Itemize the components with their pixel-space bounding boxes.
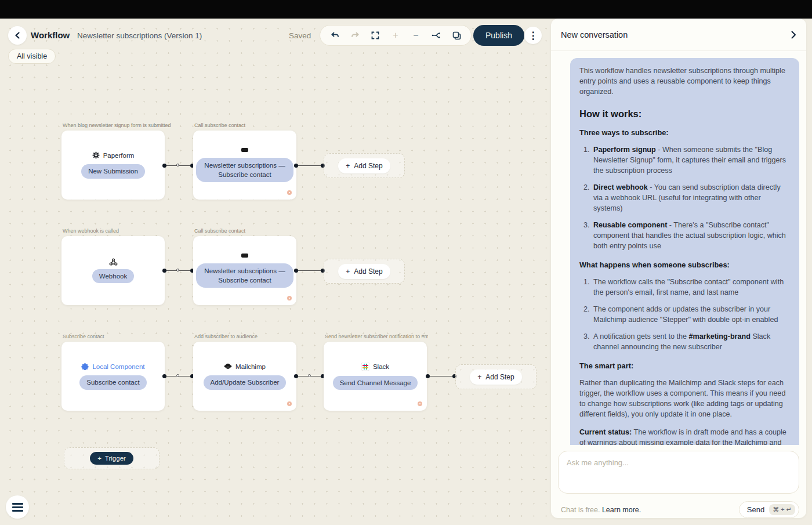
node-webhook-trigger[interactable]: Webhook [61,236,165,305]
add-step-label: Add Step [485,373,514,381]
warning-indicator [287,296,292,300]
node-label: When blog newsletter signup form is subm… [63,122,171,128]
app-name: Mailchimp [235,363,266,370]
list-item: Direct webhook - You can send subscripti… [592,182,790,213]
add-step-slot: + Add Step [455,364,536,389]
connector-dot [426,374,430,378]
action-pill-line1: Newsletter subscriptions — [204,161,285,170]
component-icon [241,148,248,152]
branch-icon[interactable] [432,31,441,40]
page-title: Workflow [31,30,70,40]
chat-panel: New conversation This workflow handles n… [551,19,806,518]
list-item: A notification gets sent to the #marketi… [592,331,790,352]
list-item: The workflow calls the "Subscribe contac… [592,277,790,298]
connector-midpoint[interactable] [176,269,179,271]
plus-icon: + [346,162,350,170]
back-button[interactable] [8,26,27,45]
undo-icon[interactable] [330,31,339,40]
publish-button[interactable]: Publish [473,25,524,46]
add-step-button[interactable]: + Add Step [338,158,390,173]
action-pill-line1: Newsletter subscriptions — [204,266,285,276]
node-label: Call subscribe contact [194,228,245,234]
app-name: Paperform [103,152,135,159]
add-step-label: Add Step [354,162,382,170]
redo-icon[interactable] [350,31,360,40]
ways-list: Paperform signup - When someone submits … [579,144,790,251]
minimap-icon[interactable] [452,31,461,40]
message-subheading: The smart part: [579,361,790,371]
node-mailchimp[interactable]: Mailchimp Add/Update Subscriber [193,342,296,411]
canvas-toolbar: + − [320,25,472,46]
connector-dot [162,374,166,378]
app-name: Local Component [92,363,144,370]
message-heading: How it works: [579,107,790,121]
component-icon [241,254,248,258]
add-trigger-button[interactable]: + Trigger [90,452,133,465]
node-subscribe-component-call-2[interactable]: Newsletter subscriptions — Subscribe con… [193,236,296,305]
plus-icon: + [97,455,102,462]
connector-midpoint[interactable] [176,374,179,377]
action-pill: Send Channel Message [333,376,418,390]
list-item: Paperform signup - When someone submits … [592,144,790,176]
node-label: When webhook is called [63,228,119,234]
save-status: Saved [289,31,311,40]
zoom-in-icon[interactable]: + [391,31,400,40]
node-subscribe-component-call-1[interactable]: Newsletter subscriptions — Subscribe con… [193,131,296,200]
slack-icon [361,363,369,371]
workflow-name: Newsletter subscriptions (Version 1) [77,31,202,40]
chat-input-area [551,445,806,494]
add-step-label: Add Step [354,267,382,276]
connector-dot [294,374,298,378]
action-pill: New Submission [81,164,145,178]
add-step-slot: + Add Step [324,153,405,178]
conversation-title: New conversation [561,30,628,39]
list-item: Reusable component - There's a "Subscrib… [592,220,790,251]
webhook-icon [109,258,118,266]
plus-icon: + [346,267,350,276]
node-paperform-trigger[interactable]: Paperform New Submission [61,131,165,200]
menu-button[interactable] [6,495,29,519]
chat-header: New conversation [551,19,806,51]
all-visible-chip[interactable]: All visible [8,49,56,64]
plus-icon: + [477,373,481,381]
connector-dot [294,164,298,168]
trigger-label: Trigger [105,455,126,462]
puzzle-icon [81,363,89,370]
connector-midpoint[interactable] [176,164,179,166]
action-pill-line2: Subscribe contact [204,170,285,179]
zoom-out-icon[interactable]: − [411,31,420,40]
add-step-button[interactable]: + Add Step [470,370,521,385]
send-button[interactable]: Send ⌘ + ↵ [739,501,799,518]
assistant-message: This workflow handles newsletter subscri… [570,58,799,445]
node-label: Call subscribe contact [194,122,245,128]
trigger-slot: + Trigger [64,447,160,469]
more-options-button[interactable]: ⋮ [524,27,542,44]
connector-dot [294,269,298,273]
paperform-icon [92,151,100,159]
message-list[interactable]: This workflow handles newsletter subscri… [551,51,806,445]
chat-free-note: Chat is free. Learn more. [561,506,641,514]
action-pill: Subscribe contact [79,375,146,389]
warning-indicator [287,401,292,406]
message-paragraph: Rather than duplicating the Mailchimp an… [579,378,790,419]
message-subheading: Three ways to subscribe: [579,128,790,138]
top-black-bar [0,0,812,19]
send-shortcut-badge: ⌘ + ↵ [769,504,795,515]
connector-dot [162,164,166,168]
message-status: Current status: The workflow is in draft… [579,427,790,445]
learn-more-link[interactable]: Learn more. [602,506,641,514]
node-label: Send newsletter subscriber notification … [325,334,428,339]
chevron-right-icon[interactable] [791,31,796,39]
add-step-slot: + Add Step [324,259,405,284]
warning-indicator [418,401,422,406]
connector-midpoint[interactable] [308,374,311,377]
fullscreen-icon[interactable] [371,31,380,40]
add-step-button[interactable]: + Add Step [338,264,390,279]
action-pill: Add/Update Subscriber [204,375,287,389]
steps-list: The workflow calls the "Subscribe contac… [579,277,790,352]
node-slack[interactable]: Slack Send Channel Message [324,342,427,411]
node-local-component[interactable]: Local Component Subscribe contact [61,342,165,411]
connector [296,270,323,271]
chat-input[interactable] [558,451,799,494]
action-pill-line2: Subscribe contact [204,276,285,285]
